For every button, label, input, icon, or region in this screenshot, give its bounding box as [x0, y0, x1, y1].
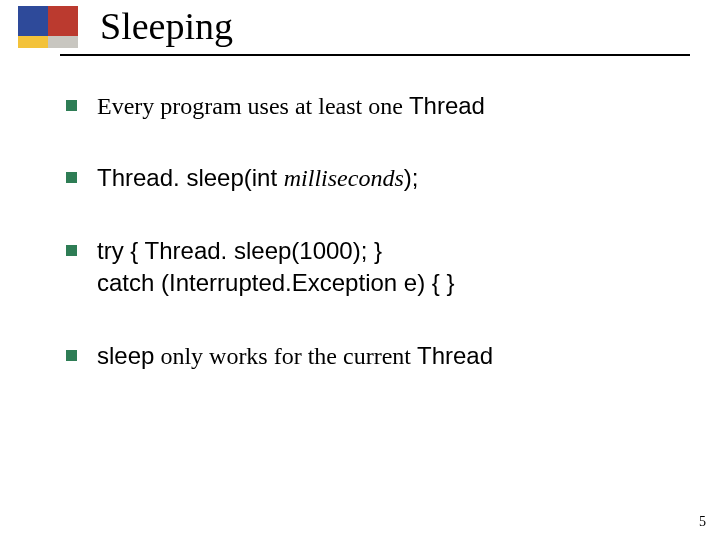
- logo-blue-square: [18, 6, 48, 36]
- bullet-text-part: try { Thread. sleep(1000); }: [97, 237, 382, 264]
- bullet-text: sleep only works for the current Thread: [97, 340, 680, 372]
- bullet-marker-icon: [66, 172, 77, 183]
- bullet-text-part: Thread: [417, 342, 493, 369]
- bullet-list: Every program uses at least one ThreadTh…: [66, 90, 680, 412]
- bullet-text: Every program uses at least one Thread: [97, 90, 680, 122]
- bullet-text-part: catch (Interrupted.Exception e) { }: [97, 269, 455, 296]
- bullet-text: Thread. sleep(int milliseconds);: [97, 162, 680, 194]
- logo-red-square: [48, 6, 78, 36]
- bullet-text-part: milliseconds: [284, 165, 404, 191]
- bullet-text-part: Thread: [409, 92, 485, 119]
- bullet-item: Thread. sleep(int milliseconds);: [66, 162, 680, 194]
- logo-yellow-bar: [18, 36, 48, 48]
- bullet-marker-icon: [66, 350, 77, 361]
- page-number: 5: [699, 514, 706, 530]
- bullet-text-part: only works for the current: [154, 343, 417, 369]
- slide-title: Sleeping: [100, 4, 233, 48]
- bullet-text-part: Every program uses at least one: [97, 93, 409, 119]
- bullet-text-part: );: [404, 164, 419, 191]
- bullet-item: try { Thread. sleep(1000); }catch (Inter…: [66, 235, 680, 300]
- title-underline: [60, 54, 690, 56]
- slide-logo: [18, 6, 82, 54]
- bullet-text-part: Thread. sleep(int: [97, 164, 284, 191]
- bullet-item: sleep only works for the current Thread: [66, 340, 680, 372]
- bullet-marker-icon: [66, 100, 77, 111]
- bullet-marker-icon: [66, 245, 77, 256]
- logo-gray-bar: [48, 36, 78, 48]
- bullet-item: Every program uses at least one Thread: [66, 90, 680, 122]
- bullet-text: try { Thread. sleep(1000); }catch (Inter…: [97, 235, 680, 300]
- bullet-text-part: sleep: [97, 342, 154, 369]
